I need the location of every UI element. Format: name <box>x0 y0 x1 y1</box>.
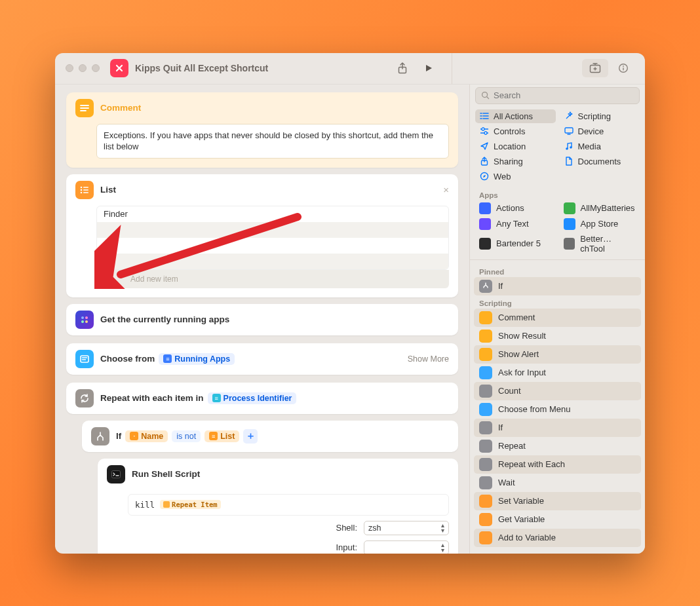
svg-point-14 <box>85 320 88 323</box>
add-condition-button[interactable]: ＋ <box>243 429 258 444</box>
window-controls <box>66 64 100 72</box>
svg-rect-6 <box>83 187 88 188</box>
terminal-icon <box>107 465 125 483</box>
action-if[interactable]: If ∙Name is not ≡List ＋ <box>82 421 458 452</box>
svg-rect-20 <box>565 128 573 133</box>
category-documents[interactable]: Documents <box>560 155 640 168</box>
app-actions[interactable]: Actions <box>475 200 556 216</box>
shell-code-text: kill <box>135 500 155 510</box>
action-wait[interactable]: Wait <box>474 474 641 492</box>
list-item[interactable] <box>97 254 448 269</box>
list-item[interactable] <box>97 238 448 254</box>
shell-script-input[interactable]: kill Repeat Item <box>128 494 449 516</box>
action-ask-for-input[interactable]: Ask for Input <box>474 364 641 382</box>
category-web[interactable]: Web <box>475 170 556 183</box>
action-choose-from-menu[interactable]: Choose from Menu <box>474 400 641 419</box>
input-field-label: Input: <box>298 542 357 552</box>
action-get-running-apps[interactable]: Get the currently running apps <box>66 304 458 335</box>
input-select[interactable]: ▴▾ <box>364 540 449 554</box>
comment-icon <box>75 99 94 117</box>
svg-point-18 <box>482 128 484 130</box>
pinned-section-label: Pinned <box>470 264 645 277</box>
scripting-actions-list: CommentShow ResultShow AlertAsk for Inpu… <box>470 309 645 547</box>
svg-point-7 <box>81 189 83 191</box>
search-field[interactable] <box>475 87 640 104</box>
svg-rect-8 <box>83 189 88 191</box>
action-library-sidebar: All ActionsScriptingControlsDeviceLocati… <box>469 85 645 554</box>
app-app-store[interactable]: App Store <box>560 216 640 232</box>
apps-section-label: Apps <box>470 187 645 200</box>
action-show-alert[interactable]: Show Alert <box>474 345 641 364</box>
repeat-item-variable-token[interactable]: Repeat Item <box>160 500 221 509</box>
run-button[interactable] <box>419 59 438 77</box>
action-count[interactable]: Count <box>474 382 641 400</box>
shell-field-label: Shell: <box>298 523 357 533</box>
category-scripting[interactable]: Scripting <box>560 109 640 123</box>
category-sharing[interactable]: Sharing <box>475 155 556 168</box>
action-add-to-variable[interactable]: Add to Variable <box>474 529 641 547</box>
action-show-result[interactable]: Show Result <box>474 327 641 345</box>
svg-point-13 <box>81 320 84 323</box>
shell-select[interactable]: zsh▴▾ <box>364 521 449 535</box>
info-button[interactable] <box>613 59 633 77</box>
condition-selector[interactable]: is not <box>172 430 201 442</box>
category-all-actions[interactable]: All Actions <box>475 109 556 123</box>
name-variable-token[interactable]: ∙Name <box>125 430 168 442</box>
category-media[interactable]: Media <box>560 140 640 153</box>
list-item[interactable]: Finder <box>97 206 448 222</box>
app-any-text[interactable]: Any Text <box>475 216 556 232</box>
repeat-icon <box>75 389 94 407</box>
if-icon <box>91 427 109 445</box>
list-variable-token[interactable]: ≡List <box>204 430 239 442</box>
svg-rect-16 <box>112 470 121 478</box>
remove-action-button[interactable]: × <box>443 184 449 195</box>
action-get-variable[interactable]: Get Variable <box>474 510 641 529</box>
svg-point-3 <box>623 66 624 67</box>
list-items: Finder <box>96 206 449 270</box>
action-repeat-with-each[interactable]: Repeat with Each <box>474 455 641 474</box>
comment-text[interactable]: Exceptions. If you have apps that never … <box>96 124 449 159</box>
svg-point-5 <box>81 186 83 188</box>
library-toggle-button[interactable] <box>582 59 608 77</box>
shortcuts-editor-window: Kipps Quit All Except Shortcut <box>55 53 645 554</box>
apps-list: ActionsAllMyBatteriesAny TextApp StoreBa… <box>470 200 645 256</box>
share-button[interactable] <box>393 59 412 77</box>
action-repeat[interactable]: Repeat <box>474 437 641 455</box>
app-bartender-5[interactable]: Bartender 5 <box>475 232 556 256</box>
svg-point-19 <box>484 132 487 134</box>
apps-icon <box>75 311 94 329</box>
process-identifier-variable-token[interactable]: ≡Process Identifier <box>208 392 297 404</box>
minimize-window-button[interactable] <box>79 64 87 72</box>
category-controls[interactable]: Controls <box>475 124 556 138</box>
search-input[interactable] <box>494 90 634 100</box>
show-more-button[interactable]: Show More <box>408 354 449 364</box>
repeat-prefix: Repeat with each item in <box>100 393 204 403</box>
app-better-chtool[interactable]: Better…chTool <box>560 232 640 256</box>
workflow-editor[interactable]: Comment Exceptions. If you have apps tha… <box>55 85 469 554</box>
shell-title: Run Shell Script <box>132 469 449 479</box>
action-set-variable[interactable]: Set Variable <box>474 492 641 510</box>
pinned-action-if[interactable]: If <box>474 277 641 295</box>
category-location[interactable]: Location <box>475 140 556 153</box>
add-list-item-button[interactable]: ＋ Add new item <box>96 270 449 288</box>
zoom-window-button[interactable] <box>92 64 100 72</box>
action-repeat-with-each[interactable]: Repeat with each item in ≡Process Identi… <box>66 383 458 414</box>
app-allmybatteries[interactable]: AllMyBatteries <box>560 200 640 216</box>
close-window-button[interactable] <box>66 64 73 72</box>
action-comment[interactable]: Comment Exceptions. If you have apps tha… <box>66 92 458 168</box>
search-icon <box>481 91 490 100</box>
action-choose-from-list[interactable]: Choose from ≡Running Apps Show More <box>66 343 458 375</box>
list-item[interactable] <box>97 222 448 238</box>
shortcut-app-icon <box>110 59 128 77</box>
action-comment[interactable]: Comment <box>474 309 641 327</box>
list-icon <box>75 181 94 199</box>
running-apps-variable-token[interactable]: ≡Running Apps <box>159 353 235 365</box>
shortcut-title[interactable]: Kipps Quit All Except Shortcut <box>135 63 268 73</box>
titlebar: Kipps Quit All Except Shortcut <box>55 53 645 85</box>
action-run-shell-script[interactable]: Run Shell Script kill Repeat Item Shell:… <box>98 459 458 554</box>
action-list[interactable]: List × Finder ＋ Add new item <box>66 174 458 297</box>
category-list: All ActionsScriptingControlsDeviceLocati… <box>470 109 645 187</box>
svg-rect-4 <box>623 67 623 71</box>
category-device[interactable]: Device <box>560 124 640 138</box>
action-if[interactable]: If <box>474 419 641 437</box>
